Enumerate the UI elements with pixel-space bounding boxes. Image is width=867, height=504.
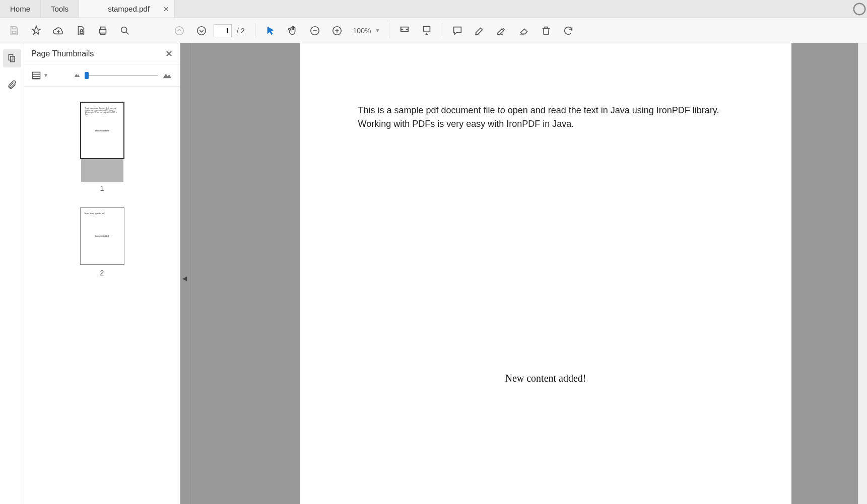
thumbnail-item[interactable]: This is a sample pdf document file to op… [80,102,124,192]
thumbnail-size-slider[interactable] [74,69,173,82]
tab-bar: Home Tools stamped.pdf ✕ [0,0,867,18]
document-viewport[interactable]: This is a sample pdf document file to op… [190,43,858,504]
thumbnail-controls: ▼ [24,64,180,87]
cloud-upload-icon[interactable] [48,21,69,41]
save-icon[interactable] [4,21,24,41]
list-mode-button[interactable]: ▼ [31,70,48,81]
vertical-scrollbar[interactable] [858,43,867,504]
svg-rect-3 [100,29,106,33]
chevron-down-icon: ▼ [375,28,380,33]
sync-icon[interactable] [852,0,867,18]
print-icon[interactable] [93,21,113,41]
svg-point-4 [121,27,127,32]
close-panel-icon[interactable]: ✕ [165,48,173,59]
chevron-down-icon: ▼ [43,73,48,78]
document-paragraph: This is a sample pdf document file to op… [358,104,733,131]
thumbnail-item[interactable]: We are adding appended text! New content… [80,207,124,277]
collapse-arrow-icon: ◀ [182,275,187,282]
thumb-preview-stamp: New content added! [81,130,123,132]
highlight-icon[interactable] [470,21,490,41]
tab-tools[interactable]: Tools [41,0,79,18]
tab-document[interactable]: stamped.pdf ✕ [79,0,175,18]
tab-spacer [175,0,852,18]
svg-point-0 [854,3,865,15]
erase-icon[interactable] [514,21,534,41]
svg-point-5 [175,26,184,35]
thumb-preview-stamp: New content added! [81,235,124,237]
close-tab-icon[interactable]: ✕ [163,5,169,13]
main-area: Page Thumbnails ✕ ▼ This is a sample pdf… [0,43,867,504]
thumbnail-header: Page Thumbnails ✕ [24,43,180,64]
tab-home[interactable]: Home [0,0,41,18]
thumbnail-list: This is a sample pdf document file to op… [24,87,180,504]
svg-rect-11 [9,55,13,60]
star-icon[interactable] [26,21,46,41]
thumbnails-rail-icon[interactable] [3,49,21,67]
zoom-select[interactable]: 100% ▼ [349,27,384,35]
page-down-icon[interactable] [191,21,212,41]
select-tool-icon[interactable] [260,21,281,41]
slider-thumb[interactable] [85,72,89,79]
delete-icon[interactable] [536,21,556,41]
attachments-rail-icon[interactable] [3,76,21,94]
svg-rect-2 [80,31,83,33]
svg-rect-12 [10,56,14,62]
fit-page-icon[interactable] [417,21,437,41]
thumbnail-panel: Page Thumbnails ✕ ▼ This is a sample pdf… [24,43,180,504]
page-number-input[interactable] [214,24,232,37]
tab-document-label: stamped.pdf [108,5,150,13]
mountain-large-icon [162,69,173,82]
lock-document-icon[interactable] [71,21,91,41]
svg-rect-1 [12,31,16,33]
comment-icon[interactable] [447,21,468,41]
page-total-label: / 2 [237,27,245,35]
document-page: This is a sample pdf document file to op… [300,43,791,504]
svg-rect-10 [424,26,430,31]
rotate-icon[interactable] [558,21,578,41]
slider-track[interactable] [85,75,158,76]
panel-collapse-handle[interactable]: ◀ [180,43,190,504]
page-up-icon[interactable] [169,21,189,41]
zoom-out-icon[interactable] [305,21,325,41]
draw-icon[interactable] [492,21,512,41]
toolbar: / 2 100% ▼ [0,18,867,43]
thumbnail-page-1[interactable]: This is a sample pdf document file to op… [80,102,124,159]
mountain-small-icon [74,71,81,80]
left-rail [0,43,24,504]
search-icon[interactable] [115,21,135,41]
thumbnail-title: Page Thumbnails [31,49,94,58]
hand-tool-icon[interactable] [283,21,303,41]
zoom-value: 100% [353,27,371,35]
document-stamp: New content added! [358,373,733,384]
zoom-in-icon[interactable] [327,21,347,41]
svg-point-6 [197,26,206,35]
thumb-preview-text: This is a sample pdf document file to op… [85,108,119,116]
thumbnail-number: 2 [100,269,104,277]
thumbnail-page-2[interactable]: We are adding appended text! New content… [80,207,124,265]
thumbnail-number: 1 [100,184,104,192]
fit-width-icon[interactable] [394,21,415,41]
svg-rect-13 [33,72,40,79]
thumb-preview-text: We are adding appended text! [85,213,120,215]
